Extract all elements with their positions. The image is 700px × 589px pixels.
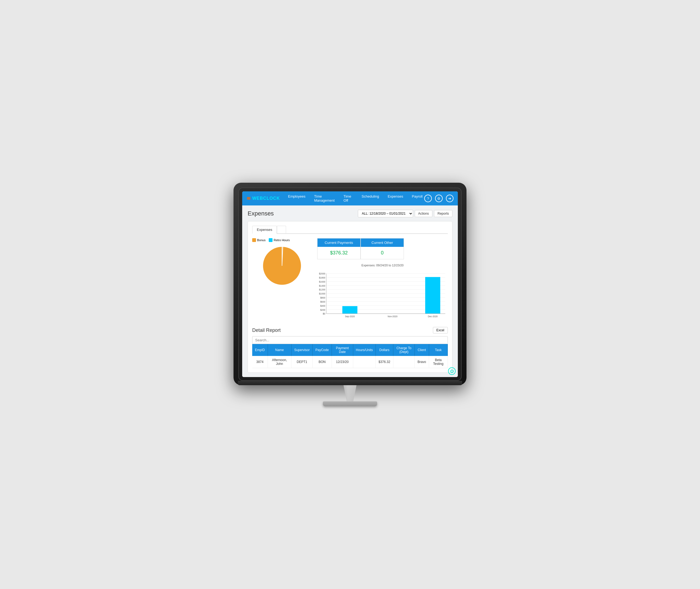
search-input[interactable] — [252, 336, 448, 344]
svg-text:$2000: $2000 — [319, 272, 325, 275]
retro-label: Retro Hours — [274, 238, 290, 242]
col-name: Name — [268, 344, 291, 356]
cell-dollars: $376.32 — [376, 356, 393, 368]
bonus-label: Bonus — [257, 238, 266, 242]
pie-chart — [252, 244, 312, 287]
date-range-select[interactable]: ALL: 12/18/2020 – 01/01/2021 — [358, 210, 413, 217]
svg-text:$1000: $1000 — [319, 292, 325, 295]
cell-task: Beta Testing — [429, 356, 447, 368]
monitor: ≋ WEBCLOCK Employees Time Management Tim… — [234, 183, 466, 385]
cell-client: Bravo — [415, 356, 429, 368]
stand-base — [323, 401, 377, 406]
tab-expenses[interactable]: Expenses — [252, 226, 277, 234]
pie-legend: Bonus Retro Hours — [252, 238, 312, 242]
cell-paycode: BON — [313, 356, 331, 368]
nav-icons: ? ⚙ ➜ — [424, 195, 453, 202]
col-client: Client — [415, 344, 429, 356]
table-header-row: EmpID Name Supervisor PayCode Payment Da… — [252, 344, 448, 356]
cell-name: Afternoon, John — [268, 356, 291, 368]
nav-time-management[interactable]: Time Management — [313, 193, 336, 204]
bar-sep — [342, 306, 358, 314]
cell-payment-date: 12/23/20 — [331, 356, 353, 368]
data-table: EmpID Name Supervisor PayCode Payment Da… — [252, 344, 448, 368]
cell-supervisor: DEPT1 — [291, 356, 312, 368]
nav-payroll[interactable]: Payroll — [410, 193, 424, 204]
right-section: Current Payments $376.32 Current Other 0 — [317, 238, 448, 323]
power-button[interactable]: ⏻ — [448, 367, 456, 375]
detail-title: Detail Report — [252, 328, 281, 333]
svg-text:$0: $0 — [323, 313, 325, 315]
current-other-box: Current Other 0 — [361, 238, 404, 259]
main-card: Expenses Bonus — [248, 221, 452, 373]
logo-icon: ≋ — [247, 195, 251, 201]
page-title: Expenses — [248, 210, 274, 217]
col-payment-date: Payment Date — [331, 344, 353, 356]
svg-text:Dec-2020: Dec-2020 — [428, 315, 437, 318]
chart-title: Expenses: 09/24/20 to 12/23/20 — [317, 264, 448, 267]
current-payments-value: $376.32 — [317, 247, 360, 259]
actions-button[interactable]: Actions — [415, 210, 432, 217]
current-payments-header: Current Payments — [317, 238, 360, 247]
legend-retro: Retro Hours — [269, 238, 290, 242]
table-row: 3874 Afternoon, John DEPT1 BON 12/23/20 … — [252, 356, 448, 368]
svg-text:$1200: $1200 — [319, 288, 325, 291]
nav-links: Employees Time Management Time Off Sched… — [286, 193, 424, 204]
nav-scheduling[interactable]: Scheduling — [360, 193, 381, 204]
excel-button[interactable]: Excel — [433, 327, 448, 334]
header-controls: ALL: 12/18/2020 – 01/01/2021 Actions Rep… — [358, 210, 452, 217]
bar-chart-svg: $2000 $1800 $1600 $1400 $1200 $1000 $800… — [317, 268, 448, 323]
nav-expenses[interactable]: Expenses — [386, 193, 405, 204]
nav-employees[interactable]: Employees — [286, 193, 307, 204]
svg-text:$1400: $1400 — [319, 284, 325, 287]
retro-color — [269, 238, 273, 242]
content: Expenses ALL: 12/18/2020 – 01/01/2021 Ac… — [242, 205, 458, 377]
col-charge-to: Charge To (Dept) — [393, 344, 415, 356]
detail-header: Detail Report Excel — [252, 327, 448, 334]
cell-empid: 3874 — [252, 356, 268, 368]
reports-button[interactable]: Reports — [434, 210, 452, 217]
settings-icon[interactable]: ⚙ — [435, 195, 443, 202]
pie-section: Bonus Retro Hours — [252, 238, 312, 323]
bar-chart-section: Expenses: 09/24/20 to 12/23/20 $2000 $18… — [317, 264, 448, 323]
legend-bonus: Bonus — [252, 238, 266, 242]
current-other-value: 0 — [361, 247, 404, 259]
col-supervisor: Supervisor — [291, 344, 312, 356]
logout-icon[interactable]: ➜ — [446, 195, 453, 202]
tabs-row: Expenses — [252, 226, 448, 234]
navbar: ≋ WEBCLOCK Employees Time Management Tim… — [242, 191, 458, 205]
col-paycode: PayCode — [313, 344, 331, 356]
svg-text:$1600: $1600 — [319, 280, 325, 283]
detail-section: Detail Report Excel EmpID Name Superviso… — [252, 327, 448, 368]
current-other-header: Current Other — [361, 238, 404, 247]
col-empid: EmpID — [252, 344, 268, 356]
logo-text: WEBCLOCK — [252, 196, 280, 201]
svg-text:$800: $800 — [320, 297, 325, 299]
bar-dec — [425, 277, 440, 314]
monitor-bottom — [238, 381, 462, 385]
logo: ≋ WEBCLOCK — [247, 195, 280, 201]
current-payments-box: Current Payments $376.32 — [317, 238, 361, 259]
svg-text:$200: $200 — [320, 309, 325, 311]
svg-text:$600: $600 — [320, 301, 325, 303]
summary-boxes: Current Payments $376.32 Current Other 0 — [317, 238, 448, 259]
stand-neck — [339, 385, 361, 401]
power-icon: ⏻ — [450, 369, 454, 373]
page-header: Expenses ALL: 12/18/2020 – 01/01/2021 Ac… — [248, 210, 452, 217]
nav-time-off[interactable]: Time Off — [342, 193, 355, 204]
col-dollars: Dollars — [376, 344, 393, 356]
cell-hours-units — [353, 356, 376, 368]
svg-text:Nov-2020: Nov-2020 — [388, 315, 397, 318]
cell-charge-to — [393, 356, 415, 368]
svg-text:$1800: $1800 — [319, 276, 325, 279]
monitor-bezel: ≋ WEBCLOCK Employees Time Management Tim… — [238, 188, 462, 381]
bonus-color — [252, 238, 256, 242]
col-hours-units: Hours/Units — [353, 344, 376, 356]
bar-chart: $2000 $1800 $1600 $1400 $1200 $1000 $800… — [317, 268, 448, 323]
tab-2[interactable] — [277, 226, 286, 233]
svg-text:Sep-2020: Sep-2020 — [345, 315, 355, 318]
col-task: Task — [429, 344, 447, 356]
svg-text:$400: $400 — [320, 305, 325, 307]
help-icon[interactable]: ? — [424, 195, 432, 202]
monitor-screen: ≋ WEBCLOCK Employees Time Management Tim… — [242, 191, 458, 377]
